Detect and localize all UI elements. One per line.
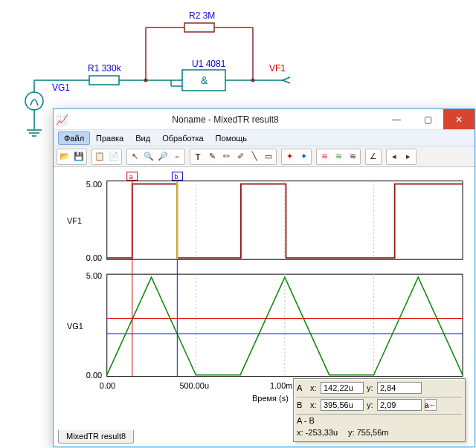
svg-rect-10 xyxy=(184,23,214,32)
mb-x-label-a: x: xyxy=(310,383,318,392)
vg1-tick-top: 5.00 xyxy=(86,271,102,280)
app-icon: 📈 xyxy=(54,114,70,126)
measurement-panel[interactable]: A x: y: B x: y: a← A - B x: -253,33u xyxy=(293,378,466,442)
vf1-label: VF1 xyxy=(269,63,286,74)
vf1-tick-top: 5.00 xyxy=(86,180,102,189)
paste-icon[interactable]: 📄 xyxy=(107,150,120,163)
x-axis-label: Время (s) xyxy=(252,395,289,403)
cursor-a-x-input[interactable] xyxy=(321,382,364,394)
x-tick-1: 500.00u xyxy=(179,381,209,390)
cursor-b-icon[interactable]: ✦ xyxy=(297,150,310,163)
menu-file[interactable]: Файл xyxy=(58,132,90,145)
cursor-b-x-input[interactable] xyxy=(321,399,364,411)
menu-process[interactable]: Обработка xyxy=(156,132,209,145)
menu-view[interactable]: Вид xyxy=(129,132,156,145)
result-window: 📈 Noname - MixedTR result8 — ▢ ✕ Файл Пр… xyxy=(53,108,475,447)
svg-point-18 xyxy=(251,79,255,82)
vg1-tick-bot: 0.00 xyxy=(86,371,102,380)
cursor-a-icon[interactable]: ✦ xyxy=(283,150,296,163)
pen2-icon[interactable]: ✏ xyxy=(219,150,233,163)
x-tick-2: 1.00m xyxy=(270,381,292,390)
mb-a-label: A xyxy=(297,383,307,392)
wave1-icon[interactable]: ≋ xyxy=(318,150,331,163)
menu-bar: Файл Правка Вид Обработка Помощь xyxy=(54,130,475,146)
svg-point-1 xyxy=(25,92,43,110)
angle-icon[interactable]: ∠ xyxy=(367,150,380,163)
save-icon[interactable]: 💾 xyxy=(72,150,86,163)
pen3-icon[interactable]: ✐ xyxy=(234,150,247,163)
titlebar[interactable]: 📈 Noname - MixedTR result8 — ▢ ✕ xyxy=(54,109,475,130)
pointer-icon[interactable]: ↖ xyxy=(128,150,141,163)
svg-rect-6 xyxy=(89,76,119,85)
mb-y-label-a: y: xyxy=(367,383,374,392)
u1-symbol: & xyxy=(201,74,208,86)
wave3-icon[interactable]: ≋ xyxy=(346,150,359,163)
rect-icon[interactable]: ▭ xyxy=(262,150,275,163)
menu-edit[interactable]: Правка xyxy=(90,132,129,145)
vf1-tick-bot: 0.00 xyxy=(86,253,102,262)
close-button[interactable]: ✕ xyxy=(443,109,475,129)
cursor-a-y-input[interactable] xyxy=(377,382,422,394)
r2-label: R2 3M xyxy=(189,10,215,21)
prev-icon[interactable]: ◂ xyxy=(387,150,401,163)
cursor-b-y-input[interactable] xyxy=(377,399,422,411)
r1-label: R1 330k xyxy=(88,63,122,74)
svg-point-17 xyxy=(144,79,148,82)
vg1-label: VG1 xyxy=(52,82,70,93)
menu-help[interactable]: Помощь xyxy=(210,132,254,145)
next-icon[interactable]: ▸ xyxy=(402,150,415,163)
mb-x-label-b: x: xyxy=(310,400,318,409)
x-tick-0: 0.00 xyxy=(100,381,115,390)
text-tool-icon[interactable]: T xyxy=(191,150,205,163)
pen1-icon[interactable]: ✎ xyxy=(205,150,219,163)
plot-area[interactable]: 5.00 0.00 VF1 5.00 0.00 VG1 0.00 500.00u… xyxy=(58,170,470,427)
u1-label: U1 4081 xyxy=(192,59,226,69)
result-tab[interactable]: MixedTR result8 xyxy=(58,430,134,444)
mb-diff-y: y: 755,56m xyxy=(348,428,388,437)
toolbar: 📂💾 📋📄 ↖🔍🔎▫ T✎✏✐╲▭ ✦✦ ≋≋≋ ∠ ◂▸ xyxy=(54,146,475,167)
line-icon[interactable]: ╲ xyxy=(248,150,261,163)
zoom-in-icon[interactable]: 🔍 xyxy=(142,150,155,163)
open-icon[interactable]: 📂 xyxy=(58,150,71,163)
zoom-out-icon[interactable]: 🔎 xyxy=(156,150,170,163)
maximize-button[interactable]: ▢ xyxy=(412,109,443,129)
zoom-fit-icon[interactable]: ▫ xyxy=(170,150,184,163)
cursor-a-flag[interactable]: a xyxy=(129,173,133,181)
mb-diff-label: A - B xyxy=(297,416,319,425)
mb-b-label: B xyxy=(297,400,307,409)
minimize-button[interactable]: — xyxy=(381,109,412,129)
mb-y-label-b: y: xyxy=(367,400,374,409)
window-title: Noname - MixedTR result8 xyxy=(70,114,381,125)
cursor-b-flag[interactable]: b xyxy=(174,173,178,181)
cursor-jump-button[interactable]: a← xyxy=(425,399,437,411)
mb-diff-x: x: -253,33u xyxy=(297,428,338,437)
vf1-axis-label: VF1 xyxy=(67,216,82,225)
vg1-axis-label: VG1 xyxy=(67,322,83,331)
wave2-icon[interactable]: ≋ xyxy=(332,150,345,163)
copy-icon[interactable]: 📋 xyxy=(93,150,106,163)
